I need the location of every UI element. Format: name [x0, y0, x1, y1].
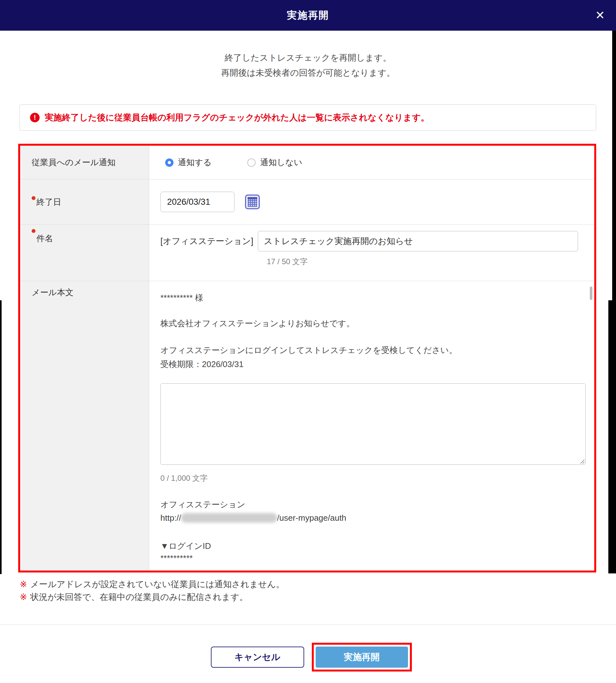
- calendar-button[interactable]: [245, 194, 260, 210]
- footnotes: ※メールアドレスが設定されていない従業員には通知されません。 ※状況が未回答で、…: [20, 578, 284, 603]
- page-title: 実施再開: [287, 8, 329, 22]
- subject-input[interactable]: [258, 231, 578, 251]
- form-row-notify: 従業員へのメール通知 通知する 通知しない: [20, 146, 594, 179]
- redacted-url-segment: [181, 513, 277, 523]
- form-row-end-date: 終了日: [20, 179, 594, 225]
- mail-url-line: http:///user-mypage/auth: [160, 511, 594, 524]
- mail-company-line: 株式会社オフィスステーションよりお知らせです。: [160, 317, 594, 330]
- alert-icon: !: [30, 113, 40, 123]
- url-prefix: http://: [160, 513, 181, 523]
- mail-signature: オフィスステーション: [160, 498, 594, 511]
- modal-scrollbar-thumb[interactable]: [590, 287, 592, 300]
- mail-deadline-line: 受検期限：2026/03/31: [160, 358, 594, 371]
- footer-divider: [0, 624, 616, 625]
- submit-button[interactable]: 実施再開: [316, 646, 408, 668]
- mail-body-cell: ********** 様 株式会社オフィスステーションよりお知らせです。 オフィ…: [149, 281, 594, 571]
- intro-line-1: 終了したストレスチェックを再開します。: [0, 50, 616, 65]
- submit-highlight-annotation: 実施再開: [312, 643, 412, 671]
- form-highlight-annotation: 従業員へのメール通知 通知する 通知しない 終了日: [18, 144, 596, 572]
- footnote-2: ※状況が未回答で、在籍中の従業員のみに配信されます。: [20, 591, 284, 603]
- modal-header: 実施再開 ✕: [0, 0, 616, 31]
- footer-actions: キャンセル 実施再開: [3, 643, 616, 671]
- notify-options: 通知する 通知しない: [149, 146, 594, 179]
- radio-selected-icon[interactable]: [165, 158, 174, 167]
- form-row-mail-body: メール本文 ********** 様 株式会社オフィスステーションよりお知らせで…: [20, 281, 594, 571]
- subject-char-counter: 17 / 50 文字: [267, 257, 594, 267]
- end-date-cell: [149, 179, 594, 224]
- mail-body-textarea[interactable]: [161, 384, 585, 464]
- mail-instruction-line: オフィスステーションにログインしてストレスチェックを受検してください。: [160, 344, 594, 356]
- form-row-subject: 件名 [オフィスステーション] 17 / 50 文字: [20, 225, 594, 281]
- subject-label: 件名: [20, 225, 149, 281]
- radio-notify-on[interactable]: 通知する: [165, 157, 212, 168]
- resume-form: 従業員へのメール通知 通知する 通知しない 終了日: [20, 146, 594, 571]
- intro-line-2: 再開後は未受検者の回答が可能となります。: [0, 65, 616, 81]
- mail-body-char-counter: 0 / 1,000 文字: [160, 473, 594, 483]
- warning-box: ! 実施終了した後に従業員台帳の利用フラグのチェックが外れた人は一覧に表示されな…: [20, 105, 596, 131]
- radio-unselected-icon[interactable]: [247, 158, 256, 167]
- subject-cell: [オフィスステーション] 17 / 50 文字: [149, 225, 594, 281]
- radio-on-label: 通知する: [178, 157, 212, 168]
- radio-off-label: 通知しない: [260, 157, 302, 168]
- required-dot: [31, 229, 36, 233]
- footnote-marker: ※: [20, 592, 27, 602]
- calendar-icon: [245, 194, 260, 210]
- subject-prefix: [オフィスステーション]: [160, 236, 254, 247]
- footnote-1: ※メールアドレスが設定されていない従業員には通知されません。: [20, 578, 284, 591]
- url-suffix: /user-mypage/auth: [277, 513, 346, 523]
- login-id-header: ▼ログインID: [160, 539, 594, 552]
- close-button[interactable]: ✕: [590, 0, 610, 31]
- intro-text: 終了したストレスチェックを再開します。 再開後は未受検者の回答が可能となります。: [0, 50, 616, 81]
- close-icon: ✕: [595, 9, 605, 21]
- mail-body-textarea-wrap: [160, 383, 586, 465]
- background-right-strip-wide: [608, 300, 616, 573]
- login-id-value: **********: [160, 552, 594, 565]
- notify-label: 従業員へのメール通知: [20, 146, 149, 179]
- mail-greeting: ********** 様: [160, 291, 594, 304]
- end-date-label: 終了日: [20, 179, 149, 224]
- footnote-marker: ※: [20, 579, 27, 589]
- required-dot: [31, 196, 36, 200]
- radio-notify-off[interactable]: 通知しない: [247, 157, 302, 168]
- end-date-input[interactable]: [160, 192, 235, 212]
- mail-body-label: メール本文: [20, 281, 149, 571]
- background-left-strip: [0, 300, 2, 574]
- warning-text: 実施終了した後に従業員台帳の利用フラグのチェックが外れた人は一覧に表示されなくな…: [45, 112, 430, 123]
- cancel-button[interactable]: キャンセル: [211, 646, 304, 668]
